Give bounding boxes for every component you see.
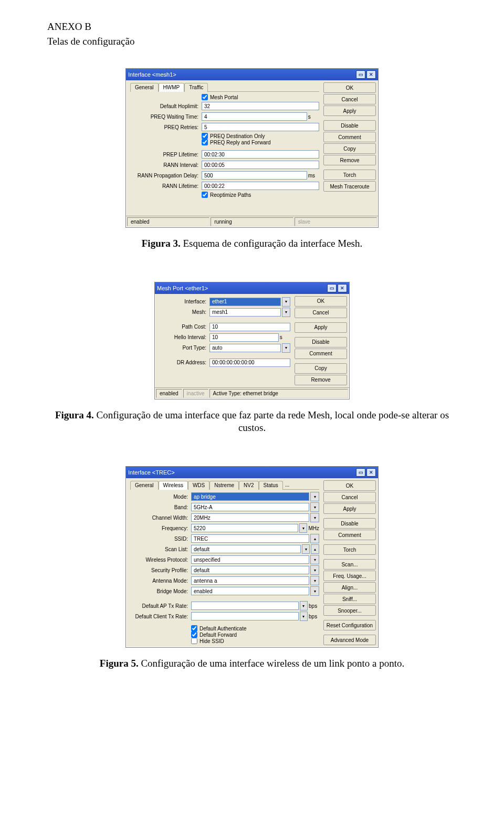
dropdown-icon[interactable]: ▾ (310, 502, 319, 512)
advanced-mode-button[interactable]: Advanced Mode (323, 635, 376, 645)
input-bridge-mode[interactable] (191, 587, 309, 595)
checkbox-mesh-portal[interactable]: Mesh Portal (130, 94, 319, 100)
comment-button[interactable]: Comment (323, 530, 376, 540)
checkbox-default-authenticate[interactable]: Default Authenticate (130, 625, 319, 631)
tab-general[interactable]: General (130, 83, 159, 92)
input-default-client-tx[interactable] (191, 612, 299, 620)
minimize-icon[interactable]: ▭ (327, 284, 337, 292)
input-frequency[interactable] (191, 524, 298, 532)
tab-hwmp[interactable]: HWMP (159, 83, 185, 92)
comment-button[interactable]: Comment (323, 132, 376, 142)
disable-button[interactable]: Disable (323, 120, 376, 131)
input-security-profile[interactable] (191, 566, 309, 574)
input-preq-waiting[interactable] (202, 112, 307, 121)
input-interface[interactable] (209, 298, 281, 306)
input-mesh[interactable] (209, 308, 281, 317)
up-icon[interactable]: ▴ (311, 544, 319, 554)
snooper-button[interactable]: Snooper... (323, 605, 376, 616)
tab-more[interactable]: ... (283, 481, 291, 490)
checkbox-hide-ssid[interactable]: Hide SSID (130, 638, 319, 644)
minimize-icon[interactable]: ▭ (356, 70, 365, 79)
dropdown-icon[interactable]: ▾ (282, 343, 290, 353)
input-dr-address[interactable] (209, 359, 290, 367)
input-rann-prop-delay[interactable] (202, 171, 307, 180)
close-icon[interactable]: ✕ (338, 284, 347, 292)
input-prep-lifetime[interactable] (202, 150, 319, 159)
dropdown-icon[interactable]: ▾ (299, 523, 307, 533)
dropdown-icon[interactable]: ▾ (302, 544, 310, 554)
default-fwd-check[interactable] (191, 631, 197, 638)
ok-button[interactable]: OK (295, 296, 347, 307)
input-channel-width[interactable] (191, 513, 309, 522)
tab-wireless[interactable]: Wireless (159, 481, 188, 490)
dropdown-icon[interactable]: ▾ (310, 513, 319, 522)
tab-wds[interactable]: WDS (188, 481, 209, 490)
minimize-icon[interactable]: ▭ (356, 468, 365, 477)
input-port-type[interactable] (209, 344, 281, 352)
freq-usage-button[interactable]: Freq. Usage... (323, 571, 376, 581)
comment-button[interactable]: Comment (295, 349, 347, 359)
tab-general[interactable]: General (130, 481, 159, 490)
input-mode[interactable] (191, 492, 309, 501)
reset-config-button[interactable]: Reset Configuration (323, 620, 376, 630)
apply-button[interactable]: Apply (295, 322, 347, 333)
tab-traffic[interactable]: Traffic (184, 83, 208, 92)
ok-button[interactable]: OK (323, 82, 376, 93)
up-icon[interactable]: ▴ (310, 534, 319, 543)
input-wireless-protocol[interactable] (191, 555, 309, 564)
preq-dest-check[interactable] (202, 133, 208, 139)
checkbox-default-forward[interactable]: Default Forward (130, 631, 319, 638)
input-rann-interval[interactable] (202, 161, 319, 169)
torch-button[interactable]: Torch (323, 170, 376, 180)
dropdown-icon[interactable]: ▾ (282, 297, 290, 307)
cancel-button[interactable]: Cancel (323, 492, 376, 502)
dropdown-icon[interactable]: ▾ (310, 492, 319, 501)
hide-ssid-check[interactable] (191, 638, 197, 644)
input-default-hoplimit[interactable] (202, 102, 319, 110)
input-band[interactable] (191, 503, 309, 511)
remove-button[interactable]: Remove (295, 375, 347, 385)
preq-reply-check[interactable] (202, 139, 208, 145)
align-button[interactable]: Align... (323, 582, 376, 593)
input-ssid[interactable] (191, 534, 309, 543)
mesh-traceroute-button[interactable]: Mesh Traceroute (323, 181, 376, 192)
sniff-button[interactable]: Sniff... (323, 594, 376, 604)
input-path-cost[interactable] (209, 323, 290, 331)
input-antenna-mode[interactable] (191, 576, 309, 585)
dropdown-icon[interactable]: ▾ (310, 576, 319, 585)
remove-button[interactable]: Remove (323, 155, 376, 165)
checkbox-preq-reply-fwd[interactable]: PREQ Reply and Forward (130, 139, 319, 145)
down-icon[interactable]: ▾ (300, 601, 308, 610)
tab-nstreme[interactable]: Nstreme (209, 481, 239, 490)
mesh-portal-check[interactable] (202, 94, 208, 100)
copy-button[interactable]: Copy (323, 143, 376, 154)
checkbox-preq-dest-only[interactable]: PREQ Destination Only (130, 133, 319, 139)
copy-button[interactable]: Copy (295, 363, 347, 374)
input-default-ap-tx[interactable] (191, 602, 299, 610)
apply-button[interactable]: Apply (323, 503, 376, 514)
input-rann-lifetime[interactable] (202, 182, 319, 190)
dropdown-icon[interactable]: ▾ (282, 308, 290, 317)
dropdown-icon[interactable]: ▾ (310, 565, 319, 575)
reoptimize-check[interactable] (202, 192, 208, 198)
input-preq-retries[interactable] (202, 123, 319, 131)
torch-button[interactable]: Torch (323, 544, 376, 555)
close-icon[interactable]: ✕ (366, 468, 376, 477)
cancel-button[interactable]: Cancel (295, 308, 347, 318)
dropdown-icon[interactable]: ▾ (310, 555, 319, 564)
apply-button[interactable]: Apply (323, 106, 376, 116)
disable-button[interactable]: Disable (323, 518, 376, 529)
tab-status[interactable]: Status (259, 481, 283, 490)
ok-button[interactable]: OK (323, 480, 376, 491)
input-hello-interval[interactable] (209, 333, 279, 342)
default-auth-check[interactable] (191, 625, 197, 631)
tab-nv2[interactable]: NV2 (239, 481, 258, 490)
disable-button[interactable]: Disable (295, 337, 347, 347)
cancel-button[interactable]: Cancel (323, 94, 376, 104)
close-icon[interactable]: ✕ (366, 70, 376, 79)
dropdown-icon[interactable]: ▾ (310, 586, 319, 596)
checkbox-reoptimize[interactable]: Reoptimize Paths (130, 192, 319, 198)
input-scan-list[interactable] (191, 545, 301, 553)
down-icon[interactable]: ▾ (300, 612, 308, 621)
scan-button[interactable]: Scan... (323, 559, 376, 570)
